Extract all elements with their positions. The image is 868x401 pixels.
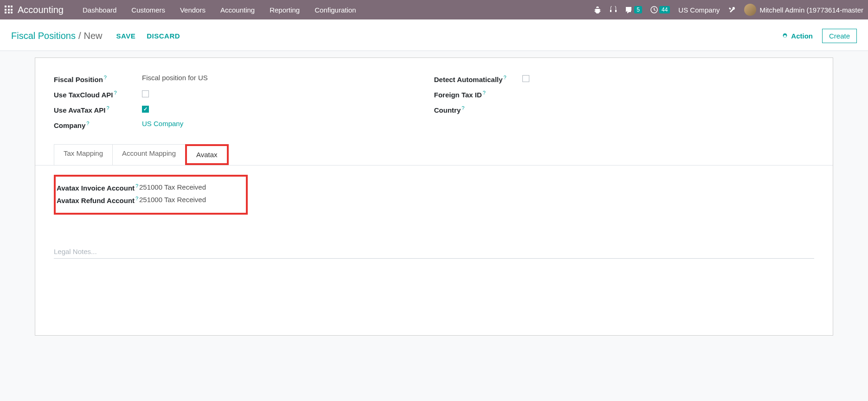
tab-tax-mapping[interactable]: Tax Mapping (54, 144, 112, 165)
value-fiscal-position[interactable]: Fiscal position for US (142, 74, 434, 82)
tab-avatax[interactable]: Avatax (185, 144, 229, 165)
checkbox-taxcloud[interactable] (142, 90, 149, 97)
activities-icon[interactable]: 44 (650, 6, 670, 13)
breadcrumb: Fiscal Positions / New (11, 31, 103, 41)
action-label: Action (791, 32, 813, 40)
row-use-avatax: Use AvaTax API? (54, 104, 434, 114)
nav-dashboard[interactable]: Dashboard (75, 1, 124, 19)
form-col-right: Detect Automatically? Foreign Tax ID? Co… (434, 74, 815, 135)
label-use-avatax: Use AvaTax API? (54, 104, 142, 114)
avatax-highlight-box: Avatax Invoice Account? 251000 Tax Recei… (54, 175, 248, 215)
action-dropdown[interactable]: Action (782, 32, 813, 40)
breadcrumb-current: New (84, 31, 103, 41)
checkbox-detect-auto[interactable] (522, 75, 529, 82)
help-icon[interactable]: ? (462, 105, 464, 111)
breadcrumb-root[interactable]: Fiscal Positions (11, 31, 76, 41)
form-sheet: Fiscal Position? Fiscal position for US … (35, 57, 833, 336)
app-brand[interactable]: Accounting (5, 5, 64, 15)
row-use-taxcloud: Use TaxCloud API? (54, 89, 434, 99)
label-detect-auto: Detect Automatically? (434, 74, 522, 83)
legal-notes-section (35, 245, 833, 259)
form-col-left: Fiscal Position? Fiscal position for US … (54, 74, 434, 135)
label-avatax-refund: Avatax Refund Account? (56, 196, 139, 204)
activities-badge: 44 (659, 6, 670, 13)
value-avatax-refund[interactable]: 251000 Tax Received (139, 196, 206, 204)
form-top: Fiscal Position? Fiscal position for US … (35, 74, 833, 135)
row-fiscal-position: Fiscal Position? Fiscal position for US (54, 74, 434, 83)
help-icon[interactable]: ? (135, 183, 138, 189)
tab-content: Avatax Invoice Account? 251000 Tax Recei… (35, 165, 833, 224)
help-icon[interactable]: ? (114, 90, 117, 95)
conversations-icon[interactable]: 5 (625, 6, 642, 13)
conversations-badge: 5 (634, 6, 642, 13)
row-avatax-invoice: Avatax Invoice Account? 251000 Tax Recei… (56, 183, 238, 192)
value-company[interactable]: US Company (142, 120, 434, 127)
label-country: Country? (434, 104, 522, 114)
nav-configuration[interactable]: Configuration (307, 1, 363, 19)
help-icon[interactable]: ? (135, 196, 138, 201)
support-icon[interactable] (610, 6, 617, 13)
gear-icon (782, 33, 788, 39)
help-icon[interactable]: ? (483, 90, 486, 95)
row-detect-auto: Detect Automatically? (434, 74, 815, 83)
user-name: Mitchell Admin (19773614-master (760, 6, 863, 14)
tabs: Tax Mapping Account Mapping Avatax (35, 144, 833, 165)
avatar (744, 4, 756, 16)
control-panel: Fiscal Positions / New SAVE DISCARD Acti… (0, 19, 868, 51)
row-avatax-refund: Avatax Refund Account? 251000 Tax Receiv… (56, 196, 238, 204)
value-use-avatax (142, 104, 434, 113)
legal-notes-input[interactable] (54, 245, 814, 259)
row-company: Company? US Company (54, 120, 434, 129)
tab-account-mapping[interactable]: Account Mapping (112, 144, 185, 165)
label-company: Company? (54, 120, 142, 129)
label-use-taxcloud: Use TaxCloud API? (54, 89, 142, 99)
nav-accounting[interactable]: Accounting (213, 1, 262, 19)
value-detect-auto (522, 74, 815, 83)
help-icon[interactable]: ? (503, 75, 506, 80)
cp-right: Action Create (782, 29, 857, 43)
navbar-left: Accounting Dashboard Customers Vendors A… (5, 1, 363, 19)
nav-customers[interactable]: Customers (124, 1, 173, 19)
label-foreign-tax: Foreign Tax ID? (434, 89, 522, 99)
label-fiscal-position: Fiscal Position? (54, 74, 142, 83)
row-foreign-tax: Foreign Tax ID? (434, 89, 815, 99)
value-avatax-invoice[interactable]: 251000 Tax Received (139, 183, 206, 192)
help-icon[interactable]: ? (106, 105, 109, 111)
help-icon[interactable]: ? (86, 121, 89, 126)
row-country: Country? (434, 104, 815, 114)
label-avatax-invoice: Avatax Invoice Account? (56, 183, 139, 192)
user-menu[interactable]: Mitchell Admin (19773614-master (744, 4, 863, 16)
nav-links: Dashboard Customers Vendors Accounting R… (75, 1, 363, 19)
cp-buttons: SAVE DISCARD (116, 32, 180, 40)
bug-icon[interactable] (594, 6, 601, 13)
tabs-container: Tax Mapping Account Mapping Avatax Avata… (35, 144, 833, 224)
value-use-taxcloud (142, 89, 434, 99)
create-button[interactable]: Create (822, 29, 857, 43)
tools-icon[interactable] (728, 6, 736, 13)
brand-text: Accounting (18, 5, 64, 15)
breadcrumb-separator: / (78, 31, 81, 41)
apps-grid-icon (5, 6, 13, 14)
save-button[interactable]: SAVE (116, 32, 136, 40)
discard-button[interactable]: DISCARD (147, 32, 180, 40)
checkbox-avatax[interactable] (142, 106, 149, 113)
help-icon[interactable]: ? (104, 75, 107, 80)
navbar-right: 5 44 US Company Mitchell Admin (19773614… (594, 4, 863, 16)
nav-vendors[interactable]: Vendors (173, 1, 213, 19)
top-navbar: Accounting Dashboard Customers Vendors A… (0, 0, 868, 19)
nav-reporting[interactable]: Reporting (262, 1, 307, 19)
main-area: Fiscal Position? Fiscal position for US … (0, 51, 868, 336)
company-selector[interactable]: US Company (678, 6, 720, 14)
